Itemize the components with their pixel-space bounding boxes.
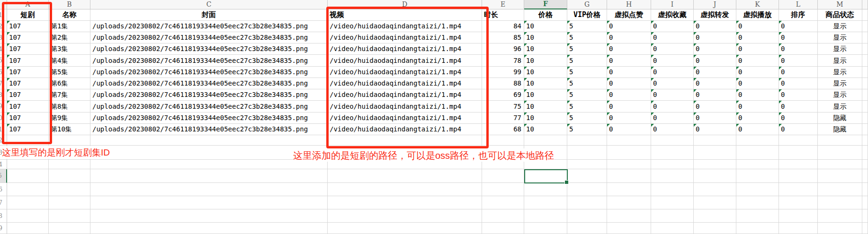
cell-B14[interactable]: [49, 160, 90, 169]
cell-L18[interactable]: [779, 209, 818, 223]
cell-L12[interactable]: [779, 135, 818, 146]
cell-A8[interactable]: 107: [7, 89, 49, 101]
cell-D5[interactable]: /video/huidaodaqindangtaizi/1.mp4: [328, 55, 482, 67]
cell-D19[interactable]: [328, 223, 482, 234]
row-header-9[interactable]: 9: [0, 101, 7, 113]
row-header-10[interactable]: 10: [0, 113, 7, 124]
cell-K11[interactable]: 0: [736, 124, 779, 135]
cell-I8[interactable]: 0: [651, 89, 694, 101]
cell-J3[interactable]: 0: [694, 32, 736, 43]
cell-I19[interactable]: [651, 223, 694, 234]
header-cell-L[interactable]: 排序: [779, 9, 818, 21]
cell-J13[interactable]: [694, 146, 736, 160]
cell-M5[interactable]: 显示: [818, 55, 862, 67]
cell-C13[interactable]: [90, 146, 328, 160]
column-header-K[interactable]: K: [736, 0, 779, 9]
row-header-8[interactable]: 8: [0, 89, 7, 101]
cell-L8[interactable]: 0: [779, 89, 818, 101]
cell-D11[interactable]: /video/huidaodaqindangtaizi/1.mp4: [328, 124, 482, 135]
cell-M18[interactable]: [818, 209, 862, 223]
cell-M13[interactable]: [818, 146, 862, 160]
cell-L7[interactable]: 0: [779, 78, 818, 89]
cell-I6[interactable]: 0: [651, 67, 694, 78]
cell-A4[interactable]: 107: [7, 43, 49, 55]
cell-G6[interactable]: 5: [567, 67, 607, 78]
cell-L11[interactable]: 0: [779, 124, 818, 135]
cell-B18[interactable]: [49, 209, 90, 223]
header-cell-K[interactable]: 虚拟播放: [736, 9, 779, 21]
cell-partial-6[interactable]: [862, 67, 868, 78]
cell-D8[interactable]: /video/huidaodaqindangtaizi/1.mp4: [328, 89, 482, 101]
cell-partial-10[interactable]: [862, 113, 868, 124]
cell-H7[interactable]: 0: [607, 78, 651, 89]
cell-F7[interactable]: 10: [524, 78, 567, 89]
cell-J9[interactable]: 0: [694, 101, 736, 113]
cell-A9[interactable]: 107: [7, 101, 49, 113]
cell-K8[interactable]: 0: [736, 89, 779, 101]
cell-I18[interactable]: [651, 209, 694, 223]
cell-I11[interactable]: 0: [651, 124, 694, 135]
cell-H13[interactable]: [607, 146, 651, 160]
cell-D18[interactable]: [328, 209, 482, 223]
cell-H18[interactable]: [607, 209, 651, 223]
cell-partial18[interactable]: [862, 209, 868, 223]
cell-K9[interactable]: 0: [736, 101, 779, 113]
cell-M12[interactable]: [818, 135, 862, 146]
cell-K4[interactable]: 0: [736, 43, 779, 55]
cell-I10[interactable]: 0: [651, 113, 694, 124]
cell-K17[interactable]: [736, 196, 779, 209]
cell-E15[interactable]: [482, 169, 524, 183]
cell-J19[interactable]: [694, 223, 736, 234]
cell-I7[interactable]: 0: [651, 78, 694, 89]
cell-L13[interactable]: [779, 146, 818, 160]
cell-G8[interactable]: 5: [567, 89, 607, 101]
cell-K10[interactable]: 0: [736, 113, 779, 124]
selected-cell-F15[interactable]: [524, 169, 568, 183]
column-header-H[interactable]: H: [607, 0, 651, 9]
header-cell-M[interactable]: 商品状态: [818, 9, 862, 21]
cell-B16[interactable]: [49, 183, 90, 196]
row-header-15[interactable]: 15: [0, 169, 7, 183]
cell-C17[interactable]: [90, 196, 328, 209]
column-header-D[interactable]: D: [328, 0, 482, 9]
cell-G12[interactable]: [567, 135, 607, 146]
cell-E16[interactable]: [482, 183, 524, 196]
cell-H11[interactable]: 0: [607, 124, 651, 135]
row-header-3[interactable]: 3: [0, 32, 7, 43]
header-cell-E[interactable]: 时长: [482, 9, 524, 21]
cell-C18[interactable]: [90, 209, 328, 223]
cell-M10[interactable]: 隐藏: [818, 113, 862, 124]
header-cell-D[interactable]: 视频: [328, 9, 482, 21]
cell-H2[interactable]: 0: [607, 21, 651, 32]
cell-H8[interactable]: 0: [607, 89, 651, 101]
cell-E17[interactable]: [482, 196, 524, 209]
row-header-19[interactable]: 19: [0, 223, 7, 234]
header-cell-partial[interactable]: [862, 9, 868, 21]
cell-J2[interactable]: 0: [694, 21, 736, 32]
cell-B12[interactable]: [49, 135, 90, 146]
cell-C2[interactable]: /uploads/20230802/7c46118193344e05eec27c…: [90, 21, 328, 32]
cell-J17[interactable]: [694, 196, 736, 209]
row-header-16[interactable]: 16: [0, 183, 7, 196]
cell-B8[interactable]: 第7集: [49, 89, 90, 101]
cell-K5[interactable]: 0: [736, 55, 779, 67]
row-header-11[interactable]: 11: [0, 124, 7, 135]
cell-C5[interactable]: /uploads/20230802/7c46118193344e05eec27c…: [90, 55, 328, 67]
cell-B5[interactable]: 第4集: [49, 55, 90, 67]
cell-J8[interactable]: 0: [694, 89, 736, 101]
cell-K6[interactable]: 0: [736, 67, 779, 78]
cell-F9[interactable]: 10: [524, 101, 567, 113]
cell-I4[interactable]: 0: [651, 43, 694, 55]
cell-K16[interactable]: [736, 183, 779, 196]
cell-F17[interactable]: [524, 196, 567, 209]
cell-L16[interactable]: [779, 183, 818, 196]
cell-E2[interactable]: 84: [482, 21, 524, 32]
cell-G14[interactable]: [567, 160, 607, 169]
cell-B6[interactable]: 第5集: [49, 67, 90, 78]
cell-E19[interactable]: [482, 223, 524, 234]
cell-A18[interactable]: [7, 209, 49, 223]
cell-F5[interactable]: 10: [524, 55, 567, 67]
cell-J16[interactable]: [694, 183, 736, 196]
cell-partial13[interactable]: [862, 146, 868, 160]
cell-B10[interactable]: 第9集: [49, 113, 90, 124]
